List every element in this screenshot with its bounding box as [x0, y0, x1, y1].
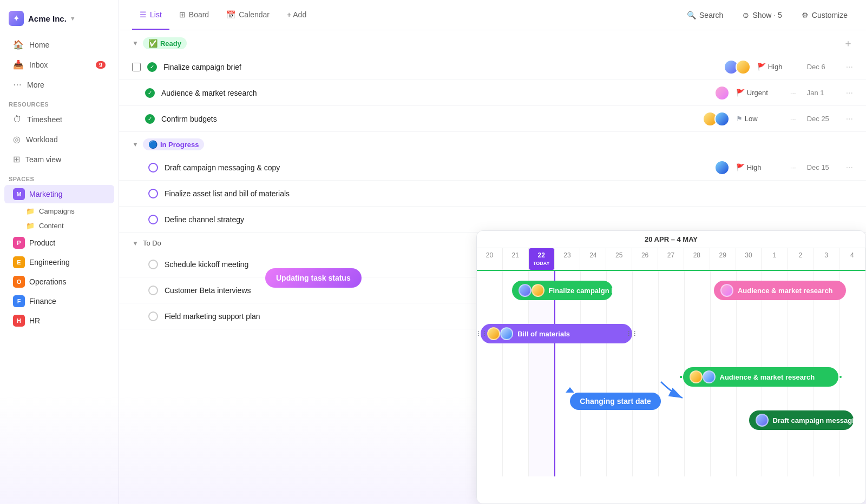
app-name: Acme Inc.: [28, 14, 67, 23]
logo-chevron: ▾: [71, 15, 74, 22]
sidebar-space-marketing[interactable]: M Marketing: [4, 185, 114, 203]
sidebar-label-inbox: Inbox: [29, 61, 48, 69]
gantt-bar-draft[interactable]: Draft campaign messaging: [749, 410, 854, 430]
inprogress-label: In Progress: [160, 141, 199, 149]
task-row[interactable]: Finalize asset list and bill of material…: [119, 181, 866, 207]
task-main-checkbox[interactable]: [132, 63, 141, 71]
task-avatars: [724, 59, 751, 75]
task-row[interactable]: Define channel strategy: [119, 207, 866, 233]
task-more-button[interactable]: ···: [846, 163, 853, 173]
sidebar-label-operations: Operations: [29, 277, 66, 286]
task-status-done[interactable]: ✓: [147, 62, 157, 72]
priority-badge: ⚑ Low: [736, 115, 779, 123]
gantt-date-cell: 30: [736, 248, 762, 270]
sidebar-space-finance[interactable]: F Finance: [4, 292, 114, 310]
ready-add-button[interactable]: ＋: [843, 37, 853, 50]
folder-icon: 📁: [26, 207, 35, 215]
inprogress-badge: 🔵 In Progress: [143, 138, 205, 150]
show-icon: ⊜: [743, 11, 749, 19]
gantt-bar-materials[interactable]: ⋮⋮ Bill of materials ⋮⋮: [481, 324, 632, 343]
bar-label: Draft campaign messaging: [773, 416, 863, 425]
task-more-button[interactable]: ···: [846, 114, 853, 124]
section-inprogress-header: ▼ 🔵 In Progress: [119, 132, 866, 155]
add-label: + Add: [287, 10, 306, 19]
sidebar-item-team-view[interactable]: ⊞ Team view: [4, 150, 114, 169]
gantt-bar-finalize[interactable]: Finalize campaign brief: [512, 281, 613, 300]
sidebar-label-marketing: Marketing: [29, 190, 62, 198]
section-ready-header: ▼ ✅ Ready ＋: [119, 30, 866, 54]
app-logo[interactable]: ✦ Acme Inc. ▾: [0, 6, 119, 35]
sidebar-label-engineering: Engineering: [29, 258, 70, 267]
topnav-actions: 🔍 Search ⊜ Show · 5 ⚙ Customize: [681, 8, 853, 22]
gantt-body: Finalize campaign brief Audience & marke…: [477, 271, 865, 476]
sidebar-item-more[interactable]: ⋯ More: [4, 75, 114, 94]
show-button[interactable]: ⊜ Show · 5: [737, 8, 787, 22]
today-label: TODAY: [533, 261, 550, 266]
task-row[interactable]: Draft campaign messaging & copy 🚩 High ·…: [119, 155, 866, 181]
bar-avatar-2: [532, 284, 544, 297]
bar-avatar: [690, 370, 703, 383]
task-row[interactable]: ✓ Finalize campaign brief 🚩 High Dec 6 ·…: [119, 54, 866, 80]
add-button[interactable]: + Add: [279, 0, 314, 30]
sidebar-space-product[interactable]: P Product: [4, 234, 114, 252]
todo-toggle[interactable]: ▼: [132, 240, 139, 247]
sidebar-space-engineering[interactable]: E Engineering: [4, 253, 114, 271]
gantt-date-cell: 23: [555, 248, 581, 270]
sidebar-space-hr[interactable]: H HR: [4, 311, 114, 330]
search-button[interactable]: 🔍 Search: [681, 8, 729, 22]
sidebar-label-product: Product: [29, 238, 55, 247]
task-more-button[interactable]: ···: [846, 88, 853, 98]
task-status-done[interactable]: ✓: [145, 88, 155, 98]
inprogress-toggle[interactable]: ▼: [132, 141, 139, 148]
ready-toggle[interactable]: ▼: [132, 39, 139, 47]
sidebar-sub-campaigns[interactable]: 📁 Campaigns: [4, 204, 114, 218]
tab-board[interactable]: ⊞ Board: [172, 0, 216, 30]
bar-label: Audience & market research: [720, 373, 815, 381]
avatar: [736, 59, 751, 75]
gantt-date-cell: 4: [839, 248, 865, 270]
gantt-date-cell: 28: [684, 248, 710, 270]
gantt-date-cell: 21: [503, 248, 529, 270]
task-status-inprogress[interactable]: [148, 215, 158, 224]
task-row[interactable]: ✓ Audience & market research 🚩 Urgent ··…: [119, 80, 866, 106]
gantt-bar-audience1[interactable]: Audience & market research: [714, 281, 846, 300]
task-dots: ···: [790, 89, 796, 97]
engineering-avatar: E: [13, 256, 25, 268]
tab-list[interactable]: ☰ List: [132, 0, 169, 30]
sidebar-label-finance: Finance: [29, 297, 56, 306]
sidebar-space-operations[interactable]: O Operations: [4, 273, 114, 291]
operations-avatar: O: [13, 276, 25, 288]
gantt-date-cell: 25: [606, 248, 632, 270]
gantt-bar-audience2[interactable]: Audience & market research: [683, 367, 838, 387]
task-status-inprogress[interactable]: [148, 189, 158, 198]
ready-label: Ready: [160, 39, 181, 48]
bar-label: Bill of materials: [517, 330, 570, 338]
customize-button[interactable]: ⚙ Customize: [796, 8, 853, 22]
gantt-header: 20 APR – 4 MAY: [477, 231, 865, 248]
gantt-dates-row: 20 21 22TODAY 23 24 25 26 27 28 29 30 1 …: [477, 248, 865, 271]
priority-badge: 🚩 High: [757, 63, 801, 71]
priority-label: High: [768, 63, 783, 71]
inbox-badge: 9: [96, 61, 106, 69]
sidebar-item-workload[interactable]: ◎ Workload: [4, 130, 114, 149]
task-status-inprogress[interactable]: [148, 163, 158, 173]
sidebar-item-home[interactable]: 🏠 Home: [4, 35, 114, 54]
ready-badge: ✅ Ready: [143, 37, 187, 49]
customize-label: Customize: [812, 11, 848, 19]
task-status-empty[interactable]: [148, 260, 158, 269]
task-name: Draft campaign messaging & copy: [165, 163, 708, 172]
sidebar-item-inbox[interactable]: 📥 Inbox 9: [4, 55, 114, 74]
task-status-done[interactable]: ✓: [145, 114, 155, 124]
sidebar-item-timesheet[interactable]: ⏱ Timesheet: [4, 110, 114, 129]
sidebar-label-more: More: [27, 81, 44, 89]
task-status-empty[interactable]: [148, 286, 158, 295]
task-date: Dec 6: [807, 63, 839, 71]
sidebar-label-timesheet: Timesheet: [27, 115, 62, 124]
task-more-button[interactable]: ···: [846, 62, 853, 72]
gantt-today-cell: 22TODAY: [529, 248, 555, 270]
tab-calendar[interactable]: 📅 Calendar: [219, 0, 277, 30]
sidebar-sub-content[interactable]: 📁 Content: [4, 219, 114, 233]
task-status-empty[interactable]: [148, 311, 158, 321]
gantt-overlay: 20 APR – 4 MAY 20 21 22TODAY 23 24 25 26…: [476, 230, 866, 504]
task-row[interactable]: ✓ Confirm budgets ⚑ Low ··· Dec 25 ···: [119, 106, 866, 132]
